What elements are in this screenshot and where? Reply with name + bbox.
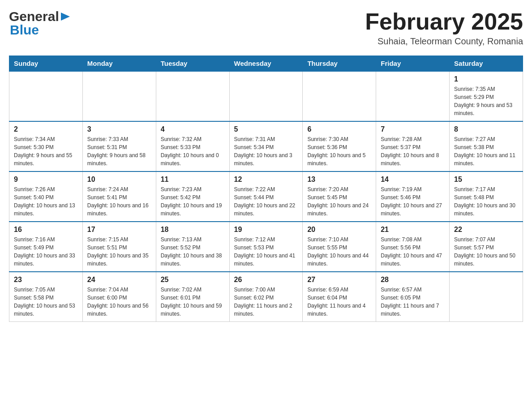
day-of-week-header: Tuesday [156, 56, 229, 72]
day-info: Sunrise: 7:05 AM Sunset: 5:58 PM Dayligh… [14, 286, 78, 318]
day-number: 8 [454, 125, 518, 133]
day-info: Sunrise: 7:00 AM Sunset: 6:02 PM Dayligh… [234, 286, 298, 318]
day-number: 21 [381, 226, 445, 234]
day-info: Sunrise: 6:59 AM Sunset: 6:04 PM Dayligh… [307, 286, 371, 318]
calendar-cell: 16Sunrise: 7:16 AM Sunset: 5:49 PM Dayli… [9, 222, 83, 272]
day-number: 25 [161, 276, 225, 284]
page-header: General Blue February 2025 Suhaia, Teleo… [9, 9, 523, 47]
calendar-week-row: 16Sunrise: 7:16 AM Sunset: 5:49 PM Dayli… [9, 222, 523, 272]
day-info: Sunrise: 7:30 AM Sunset: 5:36 PM Dayligh… [307, 135, 371, 167]
calendar-cell: 7Sunrise: 7:28 AM Sunset: 5:37 PM Daylig… [376, 121, 450, 171]
calendar-cell: 12Sunrise: 7:22 AM Sunset: 5:44 PM Dayli… [229, 171, 303, 222]
day-info: Sunrise: 7:28 AM Sunset: 5:37 PM Dayligh… [381, 135, 445, 167]
day-number: 23 [14, 276, 78, 284]
day-number: 19 [234, 226, 298, 234]
day-info: Sunrise: 7:10 AM Sunset: 5:55 PM Dayligh… [307, 235, 371, 268]
day-number: 13 [307, 176, 371, 184]
calendar-cell: 13Sunrise: 7:20 AM Sunset: 5:45 PM Dayli… [303, 171, 376, 222]
day-number: 27 [307, 276, 371, 284]
calendar-cell: 26Sunrise: 7:00 AM Sunset: 6:02 PM Dayli… [229, 272, 303, 322]
calendar-cell: 19Sunrise: 7:12 AM Sunset: 5:53 PM Dayli… [229, 222, 303, 272]
calendar-cell: 23Sunrise: 7:05 AM Sunset: 5:58 PM Dayli… [9, 272, 83, 322]
calendar-cell: 24Sunrise: 7:04 AM Sunset: 6:00 PM Dayli… [82, 272, 156, 322]
day-info: Sunrise: 7:23 AM Sunset: 5:42 PM Dayligh… [161, 185, 225, 218]
logo-triangle [61, 12, 70, 23]
calendar-cell: 1Sunrise: 7:35 AM Sunset: 5:29 PM Daylig… [450, 71, 523, 121]
day-number: 26 [234, 276, 298, 284]
calendar-cell: 8Sunrise: 7:27 AM Sunset: 5:38 PM Daylig… [450, 121, 523, 171]
day-number: 16 [14, 226, 78, 234]
calendar-cell: 4Sunrise: 7:32 AM Sunset: 5:33 PM Daylig… [156, 121, 229, 171]
calendar-cell [229, 71, 303, 121]
calendar-cell: 3Sunrise: 7:33 AM Sunset: 5:31 PM Daylig… [82, 121, 156, 171]
svg-marker-0 [61, 13, 70, 21]
calendar-header-row: SundayMondayTuesdayWednesdayThursdayFrid… [9, 56, 523, 72]
day-number: 20 [307, 226, 371, 234]
calendar-week-row: 9Sunrise: 7:26 AM Sunset: 5:40 PM Daylig… [9, 171, 523, 222]
calendar-cell: 18Sunrise: 7:13 AM Sunset: 5:52 PM Dayli… [156, 222, 229, 272]
day-info: Sunrise: 7:17 AM Sunset: 5:48 PM Dayligh… [454, 185, 518, 218]
calendar-table: SundayMondayTuesdayWednesdayThursdayFrid… [9, 56, 523, 322]
logo: General Blue [9, 9, 70, 38]
calendar-cell [376, 71, 450, 121]
day-of-week-header: Thursday [303, 56, 376, 72]
month-title: February 2025 [365, 9, 523, 34]
day-info: Sunrise: 7:35 AM Sunset: 5:29 PM Dayligh… [454, 85, 518, 117]
day-info: Sunrise: 7:02 AM Sunset: 6:01 PM Dayligh… [161, 286, 225, 318]
logo-general-text: General [9, 9, 59, 24]
calendar-cell [450, 272, 523, 322]
calendar-cell: 9Sunrise: 7:26 AM Sunset: 5:40 PM Daylig… [9, 171, 83, 222]
day-info: Sunrise: 7:33 AM Sunset: 5:31 PM Dayligh… [87, 135, 151, 167]
day-of-week-header: Friday [376, 56, 450, 72]
day-info: Sunrise: 7:27 AM Sunset: 5:38 PM Dayligh… [454, 135, 518, 167]
day-number: 6 [307, 125, 371, 133]
day-number: 18 [161, 226, 225, 234]
day-info: Sunrise: 6:57 AM Sunset: 6:05 PM Dayligh… [381, 286, 445, 318]
day-of-week-header: Sunday [9, 56, 83, 72]
day-number: 9 [14, 176, 78, 184]
day-of-week-header: Saturday [450, 56, 523, 72]
day-info: Sunrise: 7:19 AM Sunset: 5:46 PM Dayligh… [381, 185, 445, 218]
day-number: 10 [87, 176, 151, 184]
day-info: Sunrise: 7:07 AM Sunset: 5:57 PM Dayligh… [454, 235, 518, 268]
calendar-cell: 11Sunrise: 7:23 AM Sunset: 5:42 PM Dayli… [156, 171, 229, 222]
calendar-cell [9, 71, 83, 121]
day-info: Sunrise: 7:26 AM Sunset: 5:40 PM Dayligh… [14, 185, 78, 218]
day-info: Sunrise: 7:13 AM Sunset: 5:52 PM Dayligh… [161, 235, 225, 268]
day-number: 28 [381, 276, 445, 284]
day-info: Sunrise: 7:31 AM Sunset: 5:34 PM Dayligh… [234, 135, 298, 167]
calendar-cell: 15Sunrise: 7:17 AM Sunset: 5:48 PM Dayli… [450, 171, 523, 222]
day-number: 7 [381, 125, 445, 133]
day-number: 2 [14, 125, 78, 133]
calendar-cell [82, 71, 156, 121]
calendar-week-row: 1Sunrise: 7:35 AM Sunset: 5:29 PM Daylig… [9, 71, 523, 121]
day-number: 22 [454, 226, 518, 234]
calendar-week-row: 2Sunrise: 7:34 AM Sunset: 5:30 PM Daylig… [9, 121, 523, 171]
day-number: 4 [161, 125, 225, 133]
calendar-cell: 2Sunrise: 7:34 AM Sunset: 5:30 PM Daylig… [9, 121, 83, 171]
calendar-cell: 17Sunrise: 7:15 AM Sunset: 5:51 PM Dayli… [82, 222, 156, 272]
calendar-cell: 5Sunrise: 7:31 AM Sunset: 5:34 PM Daylig… [229, 121, 303, 171]
day-info: Sunrise: 7:34 AM Sunset: 5:30 PM Dayligh… [14, 135, 78, 167]
calendar-cell: 14Sunrise: 7:19 AM Sunset: 5:46 PM Dayli… [376, 171, 450, 222]
calendar-week-row: 23Sunrise: 7:05 AM Sunset: 5:58 PM Dayli… [9, 272, 523, 322]
day-of-week-header: Monday [82, 56, 156, 72]
day-number: 17 [87, 226, 151, 234]
calendar-cell: 27Sunrise: 6:59 AM Sunset: 6:04 PM Dayli… [303, 272, 376, 322]
day-of-week-header: Wednesday [229, 56, 303, 72]
day-number: 12 [234, 176, 298, 184]
calendar-cell: 21Sunrise: 7:08 AM Sunset: 5:56 PM Dayli… [376, 222, 450, 272]
calendar-cell: 22Sunrise: 7:07 AM Sunset: 5:57 PM Dayli… [450, 222, 523, 272]
day-number: 15 [454, 176, 518, 184]
calendar-cell: 20Sunrise: 7:10 AM Sunset: 5:55 PM Dayli… [303, 222, 376, 272]
day-info: Sunrise: 7:08 AM Sunset: 5:56 PM Dayligh… [381, 235, 445, 268]
title-section: February 2025 Suhaia, Teleorman County, … [365, 9, 523, 47]
calendar-cell: 10Sunrise: 7:24 AM Sunset: 5:41 PM Dayli… [82, 171, 156, 222]
day-number: 11 [161, 176, 225, 184]
day-info: Sunrise: 7:04 AM Sunset: 6:00 PM Dayligh… [87, 286, 151, 318]
day-number: 3 [87, 125, 151, 133]
day-number: 24 [87, 276, 151, 284]
day-info: Sunrise: 7:22 AM Sunset: 5:44 PM Dayligh… [234, 185, 298, 218]
day-info: Sunrise: 7:12 AM Sunset: 5:53 PM Dayligh… [234, 235, 298, 268]
calendar-cell: 25Sunrise: 7:02 AM Sunset: 6:01 PM Dayli… [156, 272, 229, 322]
